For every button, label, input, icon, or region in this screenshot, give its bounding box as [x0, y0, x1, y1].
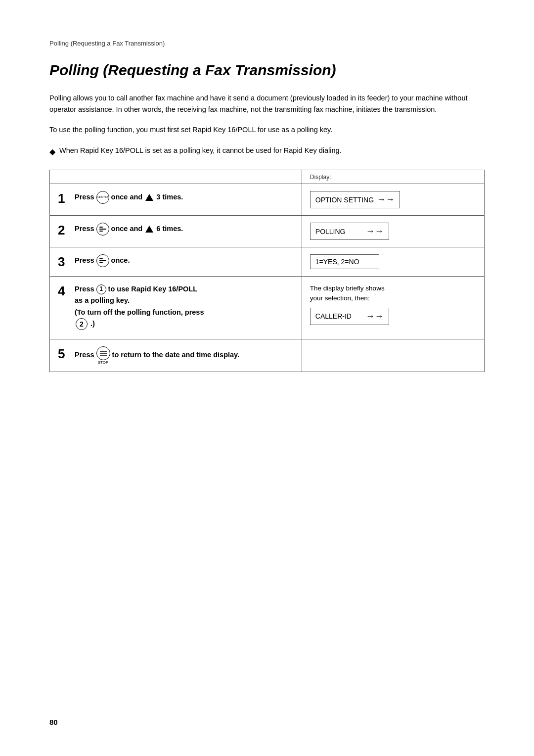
stop-icon-svg	[99, 350, 108, 357]
page: Polling (Requesting a Fax Transmission) …	[0, 0, 534, 756]
set-icon-1	[96, 223, 109, 236]
step-2-display: POLLING →→	[310, 223, 389, 240]
step-2-left: 2 Press once and 6 times.	[50, 216, 302, 247]
step-3-display-text: 1=YES, 2=NO	[315, 258, 359, 266]
page-number: 80	[49, 718, 58, 726]
step-3-press-label: Press	[75, 256, 96, 264]
table-row: 2 Press once and 6 times. POLLING →→	[50, 216, 485, 247]
note-item: ◆ When Rapid Key 16/POLL is set as a pol…	[49, 145, 485, 158]
step-5-content: Press STOP to return	[75, 346, 294, 365]
step-5-right	[302, 339, 484, 372]
step-1-display-arrow: →→	[377, 194, 395, 205]
step-4-display-note: The display briefly showsyour selection,…	[310, 284, 476, 304]
key-2-icon: 2	[76, 318, 88, 330]
display-label: Display:	[310, 174, 331, 181]
step-1-display-text: OPTION SETTING	[315, 196, 374, 204]
step-3-once: once.	[111, 256, 130, 264]
set-icon-2	[96, 254, 109, 267]
step-1-press-label: Press	[75, 193, 96, 201]
up-arrow-icon	[145, 194, 153, 201]
step-4-press-label: Press	[75, 285, 96, 293]
step-2-press-label: Press	[75, 225, 96, 233]
step-4-left: 4 Press 1 to use Rapid Key 16/POLLas a p…	[50, 277, 302, 339]
step-3-right: 1=YES, 2=NO	[302, 247, 484, 277]
step-1-once-and: once and	[111, 193, 145, 201]
step-2-right: POLLING →→	[302, 216, 484, 247]
up-arrow-icon-2	[145, 226, 153, 233]
note-text: When Rapid Key 16/POLL is set as a polli…	[59, 145, 342, 158]
step-header-left	[50, 170, 302, 184]
step-3-display: 1=YES, 2=NO	[310, 254, 379, 269]
step-1-times: 3 times.	[156, 193, 183, 201]
intro-paragraph-2: To use the polling function, you must fi…	[49, 124, 485, 136]
table-row: 5 Press STOP	[50, 339, 485, 372]
step-1-display: OPTION SETTING →→	[310, 191, 400, 208]
step-2-display-text: POLLING	[315, 228, 346, 236]
step-5-text: to return to the date and time display.	[112, 351, 240, 359]
step-5-number: 5	[58, 347, 65, 360]
step-3-content: Press once.	[75, 254, 294, 267]
steps-table: Display: 1 Press FUNCTION once and 3 tim…	[49, 170, 485, 372]
table-row: 4 Press 1 to use Rapid Key 16/POLLas a p…	[50, 277, 485, 339]
step-2-number: 2	[58, 224, 65, 236]
step-5-press-label: Press	[75, 351, 96, 359]
step-5-left: 5 Press STOP	[50, 339, 302, 372]
function-icon: FUNCTION	[96, 191, 109, 204]
step-2-content: Press once and 6 times.	[75, 223, 294, 236]
step-1-right: OPTION SETTING →→	[302, 184, 484, 216]
step-4-number: 4	[58, 284, 65, 297]
step-4-content: Press 1 to use Rapid Key 16/POLLas a pol…	[75, 284, 294, 330]
step-4-right: The display briefly showsyour selection,…	[302, 277, 484, 339]
step-1-content: Press FUNCTION once and 3 times.	[75, 191, 294, 204]
step-4-display: CALLER-ID →→	[310, 308, 389, 325]
step-2-once-and: once and	[111, 225, 145, 233]
step-2-times: 6 times.	[156, 225, 183, 233]
table-row: 1 Press FUNCTION once and 3 times. OPTIO…	[50, 184, 485, 216]
stop-circle	[96, 346, 110, 360]
step-2-display-arrow: →→	[358, 226, 384, 236]
breadcrumb: Polling (Requesting a Fax Transmission)	[49, 40, 485, 47]
page-title: Polling (Requesting a Fax Transmission)	[49, 62, 485, 79]
stop-icon: STOP	[96, 346, 110, 365]
key-1-icon: 1	[96, 284, 106, 294]
display-label-cell: Display:	[302, 170, 484, 184]
step-4-display-arrow: →→	[358, 311, 384, 322]
step-3-left: 3 Press once.	[50, 247, 302, 277]
intro-paragraph-1: Polling allows you to call another fax m…	[49, 93, 485, 115]
step-1-number: 1	[58, 192, 65, 205]
step-4-end-text: .)	[90, 320, 95, 328]
step-4-display-text: CALLER-ID	[315, 312, 352, 320]
table-row: 3 Press once. 1=YES, 2=NO	[50, 247, 485, 277]
step-3-number: 3	[58, 255, 65, 268]
diamond-icon: ◆	[49, 145, 55, 158]
step-1-left: 1 Press FUNCTION once and 3 times.	[50, 184, 302, 216]
table-header-row: Display:	[50, 170, 485, 184]
stop-label: STOP	[98, 361, 109, 365]
